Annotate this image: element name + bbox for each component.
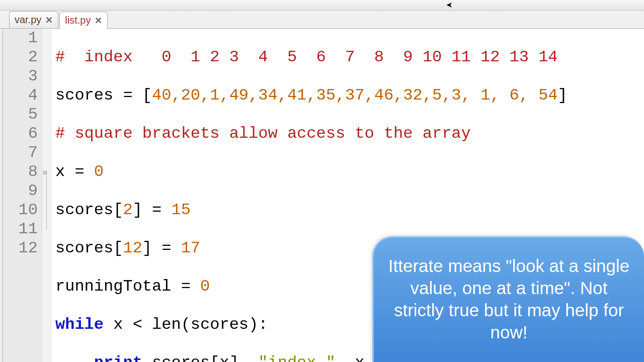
identifier: scores (55, 86, 113, 105)
info-callout: Itterate means "look at a single value, … (372, 236, 644, 362)
code-line: scores = [40,20,1,49,34,41,35,37,46,32,5… (55, 86, 568, 105)
operator: = (152, 239, 181, 257)
bracket: ] (142, 239, 152, 257)
bracket: ] (229, 353, 239, 362)
bracket: [ (113, 201, 123, 219)
number: 15 (171, 201, 190, 219)
line-number: 10 (8, 201, 38, 220)
line-number: 4 (8, 86, 38, 105)
tab-bar: var.py ✕ list.py ✕ (0, 11, 644, 29)
identifier: x (55, 162, 65, 181)
code-line: x = 0 (55, 162, 568, 182)
fold-guide-line (46, 173, 47, 230)
line-number: 12 (8, 239, 38, 258)
close-icon[interactable]: ✕ (45, 15, 53, 26)
keyword: print (94, 353, 142, 362)
number: 0 (94, 162, 104, 181)
line-number: 5 (8, 105, 38, 124)
bracket: [ (113, 239, 123, 257)
number-list: 40,20,1,49,34,41,35,37,46,32,5,3, 1, 6, … (152, 86, 558, 105)
identifier: x (113, 315, 123, 334)
bracket: [ (210, 353, 219, 362)
tab-var-py[interactable]: var.py ✕ (9, 11, 58, 28)
line-number: 11 (8, 220, 38, 239)
line-number: 3 (8, 67, 38, 86)
line-number: 8 (8, 162, 38, 182)
number: 17 (181, 239, 200, 257)
operator: = (113, 86, 142, 105)
toolbar (0, 0, 644, 11)
number: 12 (123, 239, 142, 257)
number: 2 (123, 201, 132, 219)
line-number: 1 (8, 29, 38, 48)
line-number: 2 (8, 48, 38, 67)
line-number: 6 (8, 124, 38, 143)
string: "index " (258, 353, 336, 362)
identifier: scores (191, 315, 249, 334)
line-number: 7 (8, 143, 38, 162)
number: 0 (200, 277, 210, 296)
keyword: while (55, 315, 104, 334)
identifier: x (355, 353, 364, 362)
operator: < (123, 315, 152, 334)
operator: = (171, 277, 200, 296)
fold-column: ⊟ (42, 29, 51, 362)
comment-text: # index 0 1 2 3 4 5 6 7 8 9 10 11 12 13 … (55, 48, 558, 66)
bracket: [ (142, 86, 152, 105)
tab-label: list.py (65, 15, 91, 26)
paren: ( (181, 315, 191, 334)
identifier: len (152, 315, 181, 334)
comment-text: # square brackets allow access to the ar… (55, 124, 471, 143)
colon: : (258, 315, 268, 334)
line-number: 9 (8, 182, 38, 201)
comma: , (336, 353, 355, 362)
operator: = (65, 162, 94, 181)
code-line: # square brackets allow access to the ar… (55, 124, 568, 143)
bracket: ] (133, 201, 142, 219)
paren: ) (249, 315, 258, 334)
identifier: scores (55, 239, 113, 257)
identifier: scores (152, 353, 210, 362)
comma: , (239, 353, 258, 362)
code-line: scores[2] = 15 (55, 201, 568, 220)
operator: = (142, 201, 172, 219)
identifier: x (219, 353, 229, 362)
identifier: scores (55, 201, 113, 219)
code-line: # index 0 1 2 3 4 5 6 7 8 9 10 11 12 13 … (55, 48, 568, 67)
mouse-cursor-icon: ➤ (446, 0, 452, 13)
tab-list-py[interactable]: list.py ✕ (59, 12, 108, 29)
callout-text: Itterate means "look at a single value, … (388, 256, 629, 342)
identifier: runningTotal (55, 277, 171, 296)
line-number-gutter: 1 2 3 4 5 6 7 8 9 10 11 12 (3, 29, 42, 362)
tab-label: var.py (15, 14, 41, 26)
close-icon[interactable]: ✕ (95, 15, 102, 26)
bracket: ] (558, 86, 568, 105)
